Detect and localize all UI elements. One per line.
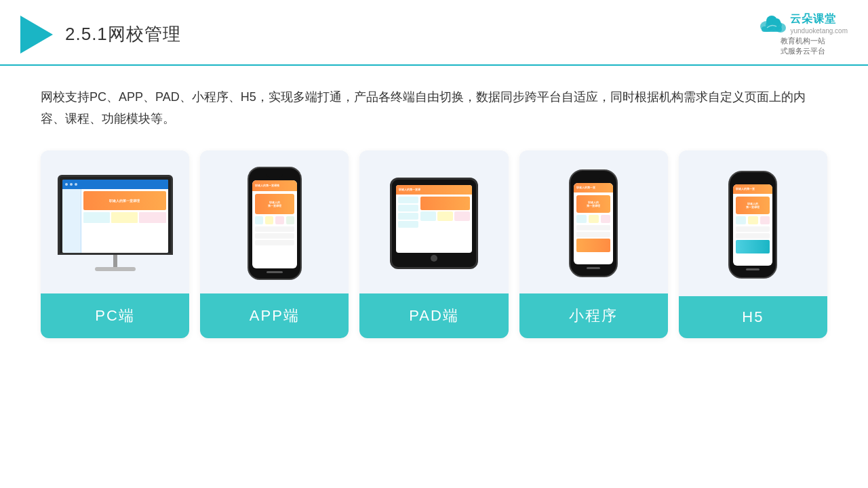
- logo-triangle-icon: [20, 16, 53, 54]
- miniprogram-card-label: 小程序: [519, 293, 668, 338]
- pc-card-label: PC端: [41, 293, 189, 338]
- miniprogram-phone-mockup: 职途人的第一堂 职途人的第一堂课理: [569, 169, 618, 277]
- description-text: 网校支持PC、APP、PAD、小程序、H5，实现多端打通，产品各终端自由切换，数…: [41, 86, 827, 130]
- tablet-screen: 职途人的第一堂课: [396, 185, 472, 253]
- svg-rect-3: [762, 26, 782, 32]
- app-card-label: APP端: [200, 293, 349, 338]
- tablet-mockup: 职途人的第一堂课: [390, 178, 478, 269]
- pad-card-label: PAD端: [359, 293, 508, 338]
- pc-screen-outer: 职途人的第一堂课理: [58, 175, 173, 255]
- h5-phone-outer: 职途人的第一堂 职途人的第一堂课理: [728, 171, 777, 279]
- pad-card: 职途人的第一堂课: [359, 150, 508, 338]
- app-phone-mockup: 职途人的第一堂课推 职途人的第一堂课理: [248, 167, 302, 280]
- pc-mockup: 职途人的第一堂课理: [58, 175, 173, 271]
- pc-screen-inner: 职途人的第一堂课理: [62, 180, 168, 253]
- app-phone-outer: 职途人的第一堂课推 职途人的第一堂课理: [248, 167, 302, 280]
- main-content: 网校支持PC、APP、PAD、小程序、H5，实现多端打通，产品各终端自由切换，数…: [0, 66, 868, 352]
- miniprogram-phone-outer: 职途人的第一堂 职途人的第一堂课理: [569, 169, 618, 277]
- miniprogram-card-image: 职途人的第一堂 职途人的第一堂课理: [519, 150, 668, 293]
- page-title: 2.5.1网校管理: [65, 22, 181, 46]
- h5-phone-mockup: 职途人的第一堂 职途人的第一堂课理: [728, 171, 777, 279]
- h5-card-image: 职途人的第一堂 职途人的第一堂课理: [679, 150, 827, 296]
- pad-card-image: 职途人的第一堂课: [359, 150, 508, 293]
- header-left: 2.5.1网校管理: [20, 16, 181, 54]
- app-card-image: 职途人的第一堂课推 职途人的第一堂课理: [200, 150, 349, 293]
- pc-card-image: 职途人的第一堂课理: [41, 150, 189, 293]
- brand-name-text: 云朵课堂 yunduoketang.com: [790, 12, 848, 35]
- miniprogram-phone-screen: 职途人的第一堂 职途人的第一堂课理: [574, 183, 613, 264]
- header: 2.5.1网校管理 云朵课堂 yunduoketang.com 教育机构一站 式…: [0, 0, 868, 66]
- pc-card: 职途人的第一堂课理: [41, 150, 189, 338]
- h5-card: 职途人的第一堂 职途人的第一堂课理: [679, 150, 827, 338]
- cloud-icon: [757, 14, 786, 33]
- tablet-outer: 职途人的第一堂课: [390, 178, 478, 269]
- miniprogram-card: 职途人的第一堂 职途人的第一堂课理: [519, 150, 668, 338]
- brand-logo-area: 云朵课堂 yunduoketang.com 教育机构一站 式服务云平台: [757, 12, 848, 56]
- app-phone-screen: 职途人的第一堂课推 职途人的第一堂课理: [252, 180, 297, 268]
- brand-logo: 云朵课堂 yunduoketang.com: [757, 12, 848, 35]
- app-card: 职途人的第一堂课推 职途人的第一堂课理: [200, 150, 349, 338]
- h5-phone-screen: 职途人的第一堂 职途人的第一堂课理: [733, 184, 772, 266]
- cards-container: 职途人的第一堂课理: [41, 150, 827, 338]
- h5-card-label: H5: [679, 296, 827, 338]
